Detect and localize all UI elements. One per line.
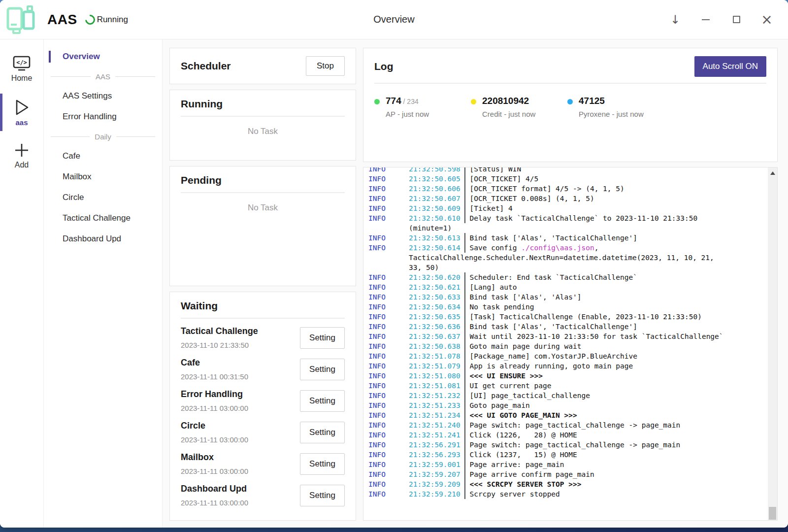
waiting-task-row: Circle2023-11-11 03:00:00Setting — [181, 416, 345, 448]
log-scrollbar[interactable] — [768, 167, 777, 520]
log-line: INFO21:32:50.613Bind task ['Alas', 'Tact… — [368, 233, 767, 243]
pending-title: Pending — [181, 174, 345, 186]
waiting-task-list: Tactical Challenge2023-11-10 21:33:50Set… — [181, 322, 345, 511]
running-spinner-icon — [83, 12, 97, 26]
log-line: INFO21:32:51.079App is already running, … — [368, 361, 767, 371]
waiting-task-name: Circle — [181, 421, 248, 431]
waiting-title: Waiting — [181, 300, 345, 312]
log-line: INFO21:32:50.634No task pending — [368, 302, 767, 312]
waiting-task-next-run: 2023-11-10 21:33:50 — [181, 341, 258, 349]
rail-item-home[interactable]: </> Home — [0, 47, 43, 91]
log-line: INFO21:32:59.209<<< SCRCPY SERVER STOP >… — [368, 479, 767, 489]
log-line: INFO21:32:50.598[Status] WIN — [368, 167, 767, 174]
stat-label: Pyroxene - just now — [579, 110, 644, 118]
waiting-task-name: Cafe — [181, 358, 248, 368]
stat-value: 47125 — [579, 96, 644, 106]
maximize-button[interactable] — [730, 13, 743, 26]
stop-button[interactable]: Stop — [306, 56, 345, 76]
waiting-task-row: Tactical Challenge2023-11-10 21:33:50Set… — [181, 322, 345, 353]
scheduler-card: Scheduler Stop — [169, 48, 356, 84]
waiting-task-row: Error Handling2023-11-11 03:00:00Setting — [181, 385, 345, 416]
nav-item-dashboard-upd[interactable]: Dashboard Upd — [44, 229, 162, 249]
waiting-task-name: Dashboard Upd — [181, 484, 248, 494]
nav-item-error-handling[interactable]: Error Handling — [44, 106, 162, 127]
log-line: INFO21:32:50.605[OCR_TICKET] 4/5 — [368, 174, 767, 184]
rail-item-aas[interactable]: aas — [0, 91, 43, 134]
task-nav: OverviewAASAAS SettingsError HandlingDai… — [44, 39, 163, 528]
stat-value: 774 / 234 — [386, 96, 429, 106]
nav-item-overview[interactable]: Overview — [44, 46, 162, 67]
stat-max: / 234 — [401, 98, 419, 105]
log-line-continuation: (minute=1) — [368, 223, 767, 233]
pending-card: Pending No Task — [169, 166, 356, 286]
log-line: INFO21:32:50.606[OCR_TICKET format] 4/5 … — [368, 184, 767, 194]
running-title: Running — [181, 98, 345, 110]
log-line: INFO21:32:50.621[Lang] auto — [368, 282, 767, 292]
nav-item-mailbox[interactable]: Mailbox — [44, 166, 162, 187]
plus-icon — [13, 142, 30, 159]
nav-item-aas-settings[interactable]: AAS Settings — [44, 86, 162, 106]
icon-rail: </> Home aas Add — [0, 39, 44, 528]
log-line: INFO21:32:50.610Delay task `TacticalChal… — [368, 213, 767, 223]
main-content: Scheduler Stop Running No Task Pending N… — [163, 39, 788, 528]
stat-label: Credit - just now — [482, 110, 535, 118]
waiting-task-row: Cafe2023-11-11 00:31:50Setting — [181, 353, 345, 385]
play-icon — [13, 99, 30, 116]
log-line-continuation: 33, 50) — [368, 263, 767, 272]
log-line: INFO21:32:51.240Page switch: page_tactic… — [368, 420, 767, 430]
stat-dot-icon — [567, 99, 573, 104]
log-line: INFO21:32:51.232[UI] page_tactical_chall… — [368, 391, 767, 400]
rail-item-add[interactable]: Add — [0, 134, 43, 177]
setting-button[interactable]: Setting — [300, 485, 345, 506]
setting-button[interactable]: Setting — [300, 327, 345, 349]
log-line: INFO21:32:59.001Page arrive: page_main — [368, 460, 767, 469]
stat-value: 220810942 — [482, 96, 535, 106]
auto-scroll-toggle[interactable]: Auto Scroll ON — [694, 56, 766, 77]
nav-item-cafe[interactable]: Cafe — [44, 146, 162, 166]
waiting-task-row: Dashboard Upd2023-11-11 03:00:00Setting — [181, 479, 345, 511]
log-line: INFO21:32:50.636Bind task ['Alas', 'Tact… — [368, 322, 767, 332]
setting-button[interactable]: Setting — [300, 359, 345, 380]
log-line: INFO21:32:50.620Scheduler: End task `Tac… — [368, 272, 767, 282]
waiting-task-next-run: 2023-11-11 03:00:00 — [181, 499, 248, 507]
log-line: INFO21:32:50.607[OCR_TICKET 0.008s] (4, … — [368, 194, 767, 203]
log-line: INFO21:32:50.638Goto main page during wa… — [368, 341, 767, 351]
nav-item-tactical-challenge[interactable]: Tactical Challenge — [44, 208, 162, 229]
scrollbar-thumb[interactable] — [769, 507, 776, 520]
maximize-icon — [733, 16, 740, 23]
log-line: INFO21:32:51.233Goto page_main — [368, 400, 767, 410]
log-line: INFO21:32:50.609[Ticket] 4 — [368, 203, 767, 213]
log-line: INFO21:32:50.637Wait until 2023-11-10 21… — [368, 332, 767, 341]
app-logo-icon — [6, 5, 36, 34]
waiting-task-next-run: 2023-11-11 03:00:00 — [181, 404, 248, 412]
log-line: INFO21:32:51.081UI get current page — [368, 381, 767, 391]
scrollbar-up-arrow-icon[interactable] — [768, 169, 777, 176]
rail-label-aas: aas — [15, 118, 28, 127]
log-line: INFO21:32:59.210Scrcpy server stopped — [368, 489, 767, 499]
running-empty-text: No Task — [181, 127, 345, 136]
setting-button[interactable]: Setting — [300, 390, 345, 412]
log-line: INFO21:32:59.207Page arrive confirm page… — [368, 469, 767, 479]
minimize-button[interactable] — [699, 13, 712, 26]
close-button[interactable]: × — [760, 13, 773, 26]
nav-item-circle[interactable]: Circle — [44, 187, 162, 208]
log-view[interactable]: INFO21:32:50.598[Status] WININFO21:32:50… — [363, 167, 778, 521]
update-button[interactable]: ↓ — [669, 13, 682, 26]
dashboard-stats: 774 / 234AP - just now220810942Credit - … — [374, 96, 766, 118]
waiting-task-next-run: 2023-11-11 03:00:00 — [181, 435, 248, 444]
log-line-continuation: TacticalChallenge.Scheduler.NextRun=date… — [368, 253, 767, 263]
waiting-task-next-run: 2023-11-11 00:31:50 — [181, 372, 248, 381]
log-line: INFO21:32:51.234<<< UI GOTO PAGE_MAIN >>… — [368, 410, 767, 420]
setting-button[interactable]: Setting — [300, 422, 345, 443]
app-window: AAS Running Overview ↓ × </> Home — [0, 0, 788, 528]
waiting-card: Waiting Tactical Challenge2023-11-10 21:… — [169, 292, 356, 521]
rail-label-home: Home — [11, 74, 33, 83]
app-name: AAS — [47, 12, 77, 28]
running-card: Running No Task — [169, 90, 356, 161]
dashboard-stat: 774 / 234AP - just now — [374, 96, 471, 118]
dashboard-stat: 220810942Credit - just now — [471, 96, 567, 118]
minimize-icon — [702, 19, 710, 20]
setting-button[interactable]: Setting — [300, 453, 345, 475]
stat-dot-icon — [471, 99, 476, 104]
dashboard-stat: 47125Pyroxene - just now — [567, 96, 664, 118]
